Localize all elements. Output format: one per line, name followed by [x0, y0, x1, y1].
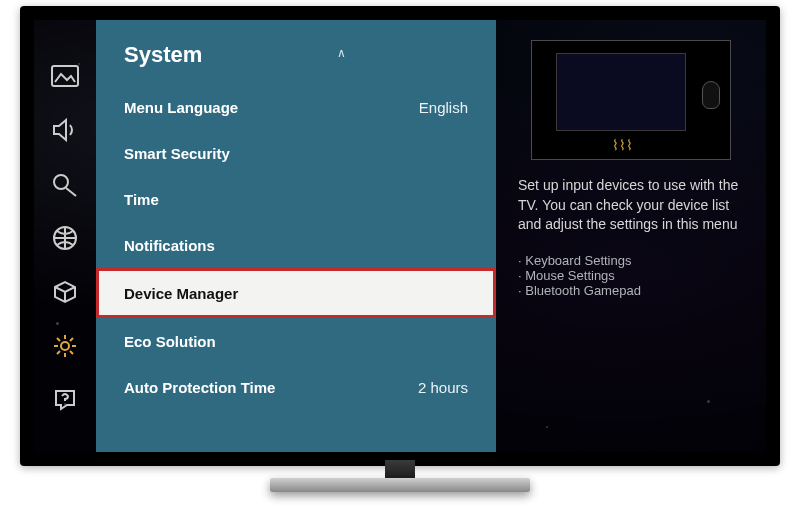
support-icon[interactable]: [41, 380, 89, 420]
smarthub-icon[interactable]: [41, 272, 89, 312]
help-description: Set up input devices to use with the TV.…: [518, 176, 744, 235]
menu-item-eco-solution[interactable]: Eco Solution: [96, 318, 496, 364]
picture-icon[interactable]: [41, 56, 89, 96]
menu-item-label: Device Manager: [124, 285, 238, 302]
category-rail: [34, 20, 96, 452]
menu-item-smart-security[interactable]: Smart Security: [96, 130, 496, 176]
help-sub-list: Keyboard Settings Mouse Settings Bluetoo…: [518, 253, 744, 298]
scroll-up-caret[interactable]: ∧: [337, 46, 346, 60]
help-sub-item: Bluetooth Gamepad: [518, 283, 744, 298]
network-icon[interactable]: [41, 218, 89, 258]
mouse-icon: [702, 81, 720, 109]
menu-item-value: English: [419, 99, 468, 116]
menu-item-label: Time: [124, 191, 159, 208]
broadcast-icon[interactable]: [41, 164, 89, 204]
menu-item-notifications[interactable]: Notifications: [96, 222, 496, 268]
menu-item-value: 2 hours: [418, 379, 468, 396]
sound-icon[interactable]: [41, 110, 89, 150]
menu-item-label: Eco Solution: [124, 333, 216, 350]
panel-title: System: [96, 42, 496, 78]
help-thumbnail: ⌇⌇⌇: [531, 40, 731, 160]
thumb-tv-icon: [556, 53, 686, 131]
menu-list: Menu Language English Smart Security Tim…: [96, 84, 496, 410]
system-menu-panel: System ∧ Menu Language English Smart Sec…: [96, 20, 496, 452]
menu-item-menu-language[interactable]: Menu Language English: [96, 84, 496, 130]
tv-stand-base: [270, 478, 530, 492]
svg-point-1: [54, 175, 68, 189]
help-panel: ⌇⌇⌇ Set up input devices to use with the…: [496, 20, 766, 452]
tv-screen: System ∧ Menu Language English Smart Sec…: [34, 20, 766, 452]
menu-item-device-manager[interactable]: Device Manager: [96, 268, 496, 318]
menu-item-label: Notifications: [124, 237, 215, 254]
wifi-icon: ⌇⌇⌇: [612, 137, 633, 153]
svg-point-4: [64, 403, 65, 404]
svg-point-3: [61, 342, 69, 350]
menu-item-label: Smart Security: [124, 145, 230, 162]
tv-frame: System ∧ Menu Language English Smart Sec…: [20, 6, 780, 466]
menu-item-label: Menu Language: [124, 99, 238, 116]
tv-stand-neck: [385, 460, 415, 480]
menu-item-auto-protection-time[interactable]: Auto Protection Time 2 hours: [96, 364, 496, 410]
help-sub-item: Keyboard Settings: [518, 253, 744, 268]
menu-item-label: Auto Protection Time: [124, 379, 275, 396]
help-sub-item: Mouse Settings: [518, 268, 744, 283]
system-icon[interactable]: [41, 326, 89, 366]
svg-rect-0: [52, 66, 78, 86]
menu-item-time[interactable]: Time: [96, 176, 496, 222]
